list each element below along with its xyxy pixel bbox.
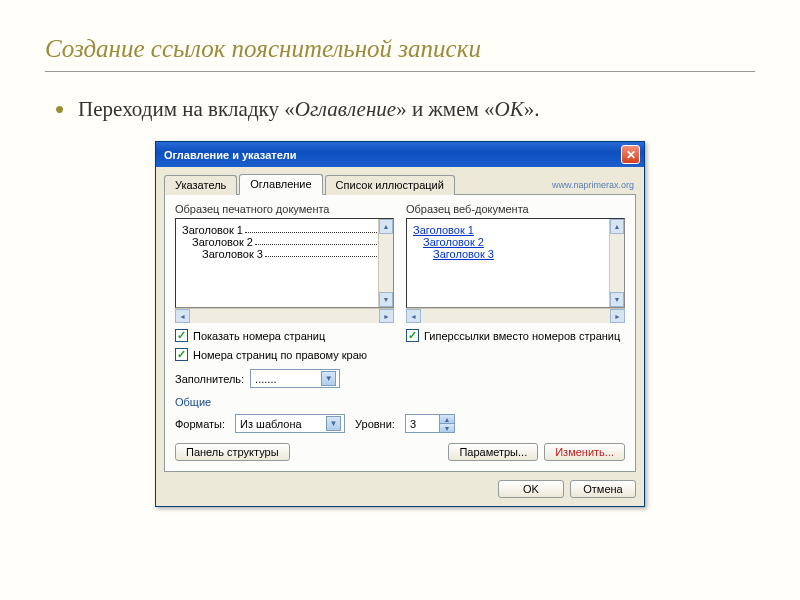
scrollbar-vertical[interactable]: ▲ ▼: [378, 219, 393, 307]
ok-button[interactable]: OK: [498, 480, 564, 498]
checkbox-hyperlinks[interactable]: ✓: [406, 329, 419, 342]
checkbox-hyperlinks-label: Гиперссылки вместо номеров страниц: [424, 330, 620, 342]
tab-body: Образец печатного документа Заголовок 11…: [164, 195, 636, 472]
scroll-right-icon[interactable]: ►: [610, 309, 625, 323]
general-section-label: Общие: [175, 396, 625, 408]
dialog-title: Оглавление и указатели: [164, 149, 297, 161]
formats-label: Форматы:: [175, 418, 225, 430]
outline-panel-button[interactable]: Панель структуры: [175, 443, 290, 461]
scroll-up-icon[interactable]: ▲: [379, 219, 393, 234]
cancel-button[interactable]: Отмена: [570, 480, 636, 498]
toc-print-item: Заголовок 3: [202, 248, 263, 260]
bullet-icon: •: [55, 95, 64, 123]
chevron-down-icon: ▼: [321, 371, 336, 386]
tab-illustrations[interactable]: Список иллюстраций: [325, 175, 455, 195]
scroll-left-icon[interactable]: ◄: [175, 309, 190, 323]
spinner-down-icon[interactable]: ▼: [439, 424, 454, 432]
print-preview: Заголовок 11 Заголовок 23 Заголовок 35 ▲…: [175, 218, 394, 308]
checkbox-right-align[interactable]: ✓: [175, 348, 188, 361]
tab-row: Указатель Оглавление Список иллюстраций …: [164, 173, 636, 195]
slide-title: Создание ссылок пояснительной записки: [45, 35, 755, 63]
watermark-text: www.naprimerax.org: [552, 178, 636, 194]
dialog-window: Оглавление и указатели ✕ Указатель Оглав…: [155, 141, 645, 507]
tab-toc[interactable]: Оглавление: [239, 174, 322, 195]
print-preview-label: Образец печатного документа: [175, 203, 394, 215]
close-button[interactable]: ✕: [621, 145, 640, 164]
levels-spinner[interactable]: 3 ▲ ▼: [405, 414, 455, 433]
toc-print-item: Заголовок 1: [182, 224, 243, 236]
toc-web-item[interactable]: Заголовок 3: [433, 248, 494, 260]
modify-button[interactable]: Изменить...: [544, 443, 625, 461]
bullet-text: Переходим на вкладку «Оглавление» и жмем…: [78, 95, 539, 123]
checkbox-right-align-label: Номера страниц по правому краю: [193, 349, 367, 361]
scrollbar-horizontal[interactable]: ◄ ►: [175, 308, 394, 323]
filler-label: Заполнитель:: [175, 373, 244, 385]
toc-print-item: Заголовок 2: [192, 236, 253, 248]
scroll-left-icon[interactable]: ◄: [406, 309, 421, 323]
formats-select[interactable]: Из шаблона ▼: [235, 414, 345, 433]
web-preview-label: Образец веб-документа: [406, 203, 625, 215]
bullet-item: • Переходим на вкладку «Оглавление» и жм…: [55, 95, 755, 123]
scroll-down-icon[interactable]: ▼: [610, 292, 624, 307]
toc-web-item[interactable]: Заголовок 2: [423, 236, 484, 248]
title-divider: [45, 71, 755, 72]
filler-select[interactable]: ....... ▼: [250, 369, 340, 388]
toc-web-item[interactable]: Заголовок 1: [413, 224, 474, 236]
scroll-right-icon[interactable]: ►: [379, 309, 394, 323]
scrollbar-horizontal[interactable]: ◄ ►: [406, 308, 625, 323]
checkbox-show-pages-label: Показать номера страниц: [193, 330, 325, 342]
tab-index[interactable]: Указатель: [164, 175, 237, 195]
scroll-up-icon[interactable]: ▲: [610, 219, 624, 234]
chevron-down-icon: ▼: [326, 416, 341, 431]
spinner-up-icon[interactable]: ▲: [439, 415, 454, 424]
web-preview: Заголовок 1 Заголовок 2 Заголовок 3 ▲ ▼: [406, 218, 625, 308]
scrollbar-vertical[interactable]: ▲ ▼: [609, 219, 624, 307]
dialog-titlebar[interactable]: Оглавление и указатели ✕: [156, 142, 644, 167]
scroll-down-icon[interactable]: ▼: [379, 292, 393, 307]
levels-label: Уровни:: [355, 418, 395, 430]
checkbox-show-pages[interactable]: ✓: [175, 329, 188, 342]
parameters-button[interactable]: Параметры...: [448, 443, 538, 461]
close-icon: ✕: [626, 148, 636, 162]
